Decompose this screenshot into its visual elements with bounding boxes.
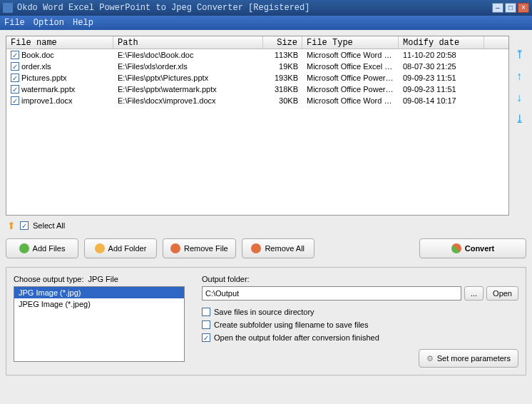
col-header-path[interactable]: Path	[113, 36, 263, 49]
folder-icon	[95, 243, 105, 253]
open-folder-button[interactable]: Open	[486, 286, 518, 301]
table-header: File name Path Size File Type Modify dat…	[6, 36, 508, 49]
app-icon	[3, 3, 13, 13]
gear-icon: ⚙	[426, 354, 434, 363]
move-up-icon[interactable]: ↑	[513, 71, 525, 83]
convert-button[interactable]: Convert	[419, 238, 526, 258]
menu-file[interactable]: File	[4, 18, 25, 28]
table-row[interactable]: ✓improve1.docxE:\Files\docx\improve1.doc…	[6, 95, 508, 106]
reorder-buttons: ⤒ ↑ ↓ ⤓	[512, 36, 526, 216]
minimize-button[interactable]: —	[492, 3, 503, 13]
browse-button[interactable]: ...	[464, 286, 484, 301]
add-folder-button[interactable]: Add Folder	[84, 238, 157, 258]
close-button[interactable]: ×	[518, 3, 529, 13]
file-size: 19KB	[263, 62, 302, 71]
file-date: 08-07-30 21:25	[399, 62, 484, 71]
row-checkbox[interactable]: ✓	[11, 62, 19, 71]
output-type-label: Choose output type: JPG File	[14, 275, 185, 283]
file-type: Microsoft Office Word D...	[302, 96, 399, 105]
maximize-button[interactable]: □	[505, 3, 516, 13]
remove-file-button[interactable]: Remove File	[163, 238, 236, 258]
save-in-source-checkbox[interactable]	[202, 308, 210, 316]
move-bottom-icon[interactable]: ⤓	[513, 114, 525, 126]
file-path: E:\Files\pptx\watermark.pptx	[113, 85, 263, 94]
table-row[interactable]: ✓Book.docE:\Files\doc\Book.doc113KBMicro…	[6, 49, 508, 61]
add-files-button[interactable]: Add Files	[6, 238, 78, 258]
output-type-option[interactable]: JPEG Image (*.jpeg)	[14, 298, 184, 310]
file-path: E:\Files\pptx\Pictures.pptx	[113, 74, 263, 82]
convert-icon	[451, 243, 461, 253]
add-icon	[19, 243, 29, 253]
col-header-name[interactable]: File name	[6, 36, 113, 49]
move-down-icon[interactable]: ↓	[513, 93, 525, 104]
file-type: Microsoft Office PowerP...	[302, 74, 399, 82]
menu-help[interactable]: Help	[73, 18, 93, 28]
output-folder-input[interactable]	[202, 286, 461, 301]
row-checkbox[interactable]: ✓	[11, 51, 19, 59]
file-path: E:\Files\doc\Book.doc	[113, 51, 263, 59]
move-top-icon[interactable]: ⤒	[513, 50, 525, 61]
menubar: File Option Help	[0, 16, 532, 30]
remove-all-button[interactable]: Remove All	[242, 238, 314, 258]
file-name: order.xls	[21, 62, 51, 71]
file-date: 11-10-20 20:58	[399, 51, 484, 59]
set-more-parameters-button[interactable]: ⚙ Set more parameters	[419, 349, 518, 368]
table-row[interactable]: ✓order.xlsE:\Files\xls\order.xls19KBMicr…	[6, 61, 508, 72]
row-checkbox[interactable]: ✓	[11, 85, 19, 94]
window-title: Okdo Word Excel PowerPoint to Jpeg Conve…	[17, 3, 310, 13]
col-header-size[interactable]: Size	[263, 36, 302, 49]
file-type: Microsoft Office PowerP...	[302, 85, 399, 94]
row-checkbox[interactable]: ✓	[11, 96, 19, 105]
open-after-checkbox[interactable]: ✓	[202, 333, 210, 342]
file-name: watermark.pptx	[21, 85, 75, 94]
file-type: Microsoft Office Word 9...	[302, 51, 399, 59]
remove-icon	[170, 243, 180, 253]
menu-option[interactable]: Option	[34, 18, 64, 28]
save-in-source-label: Save files in source directory	[214, 308, 314, 316]
file-date: 09-08-14 10:17	[399, 96, 484, 105]
file-path: E:\Files\xls\order.xls	[113, 62, 263, 71]
file-name: Pictures.pptx	[21, 74, 67, 82]
select-all-checkbox[interactable]: ✓	[20, 221, 29, 230]
remove-all-icon	[251, 243, 261, 253]
file-name: Book.doc	[21, 51, 54, 59]
up-folder-icon[interactable]: ⬆	[7, 220, 16, 231]
file-size: 318KB	[263, 85, 302, 94]
file-size: 30KB	[263, 96, 302, 105]
select-all-label: Select All	[33, 221, 65, 230]
file-date: 09-09-23 11:51	[399, 74, 484, 82]
file-size: 113KB	[263, 51, 302, 59]
output-type-option[interactable]: JPG Image (*.jpg)	[14, 287, 184, 298]
create-subfolder-label: Create subfolder using filename to save …	[214, 320, 368, 329]
col-header-date[interactable]: Modify date	[399, 36, 484, 49]
open-after-label: Open the output folder after conversion …	[214, 333, 379, 342]
row-checkbox[interactable]: ✓	[11, 74, 19, 82]
table-row[interactable]: ✓Pictures.pptxE:\Files\pptx\Pictures.ppt…	[6, 72, 508, 84]
file-date: 09-09-23 11:51	[399, 85, 484, 94]
file-type: Microsoft Office Excel 9...	[302, 62, 399, 71]
file-path: E:\Files\docx\improve1.docx	[113, 96, 263, 105]
file-table[interactable]: File name Path Size File Type Modify dat…	[6, 36, 509, 216]
file-name: improve1.docx	[21, 96, 73, 105]
col-header-type[interactable]: File Type	[302, 36, 399, 49]
create-subfolder-checkbox[interactable]	[202, 320, 210, 329]
file-size: 193KB	[263, 74, 302, 82]
output-folder-label: Output folder:	[202, 275, 518, 283]
output-type-list[interactable]: JPG Image (*.jpg)JPEG Image (*.jpeg)	[14, 286, 185, 362]
titlebar: Okdo Word Excel PowerPoint to Jpeg Conve…	[0, 0, 532, 16]
table-row[interactable]: ✓watermark.pptxE:\Files\pptx\watermark.p…	[6, 84, 508, 95]
